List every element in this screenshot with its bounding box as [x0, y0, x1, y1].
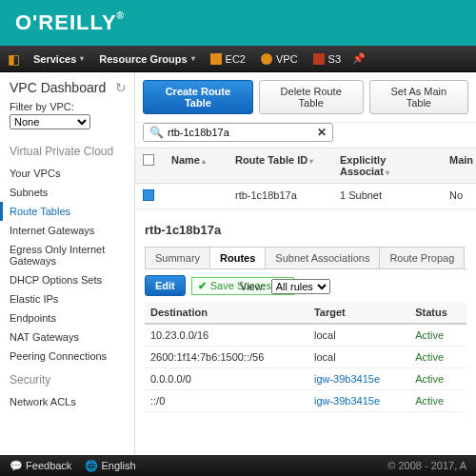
sidebar-item[interactable]: Endpoints: [10, 308, 134, 327]
brand-bar: O'REILLY®: [0, 0, 476, 46]
refresh-icon[interactable]: ↻: [115, 80, 127, 95]
nav-services[interactable]: Services ▾: [26, 53, 91, 65]
nav-resource-groups[interactable]: Resource Groups ▾: [91, 53, 202, 65]
edit-button[interactable]: Edit: [145, 275, 186, 296]
sidebar-item[interactable]: Your VPCs: [10, 164, 134, 183]
sidebar-item[interactable]: Internet Gateways: [10, 221, 134, 240]
route-status: Active: [409, 324, 466, 347]
col-name[interactable]: Name▴: [164, 149, 228, 183]
nav-shortcut-vpc[interactable]: VPC: [253, 53, 306, 65]
tab-subnet-assoc[interactable]: Subnet Associations: [265, 247, 380, 268]
route-dest: 0.0.0.0/0: [145, 368, 308, 390]
route-table-grid: Name▴ Route Table ID▾ Explicitly Associa…: [135, 148, 476, 209]
route-target: local: [308, 324, 409, 347]
row-checkbox[interactable]: [143, 189, 154, 201]
vpc-icon: [261, 53, 272, 65]
search-field[interactable]: 🔍 ✕: [143, 123, 333, 142]
route-dest: 2600:1f14:7b6:1500::/56: [145, 347, 308, 368]
sidebar-item[interactable]: DHCP Options Sets: [10, 270, 134, 289]
route-target: local: [308, 347, 409, 368]
sidebar-item[interactable]: Subnets: [10, 183, 134, 202]
sidebar-item[interactable]: Peering Connections: [10, 347, 134, 366]
top-nav: ◧ Services ▾ Resource Groups ▾ EC2 VPC S…: [0, 46, 476, 72]
content: Create Route Table Delete Route Table Se…: [135, 72, 476, 455]
detail-tabs: Summary Routes Subnet Associations Route…: [145, 247, 466, 269]
search-bar: 🔍 ✕: [135, 123, 476, 148]
nav-shortcut-ec2[interactable]: EC2: [203, 53, 253, 65]
table-row[interactable]: rtb-1c18b17a 1 Subnet No: [135, 184, 476, 209]
route-target[interactable]: igw-39b3415e: [308, 368, 409, 390]
language-link[interactable]: 🌐 English: [85, 460, 135, 472]
route-row: ::/0igw-39b3415eActive: [145, 390, 466, 412]
col-destination[interactable]: Destination: [145, 302, 308, 324]
col-assoc[interactable]: Explicitly Associat▾: [332, 149, 442, 183]
sidebar-item[interactable]: Route Tables: [0, 202, 134, 221]
create-route-table-button[interactable]: Create Route Table: [143, 80, 253, 114]
route-row: 10.23.0.0/16localActive: [145, 324, 466, 347]
filter-vpc-select[interactable]: None: [10, 114, 90, 129]
detail-pane: rtb-1c18b17a Summary Routes Subnet Assoc…: [135, 209, 476, 420]
brand-logo: O'REILLY®: [15, 10, 125, 35]
sidebar-item[interactable]: Egress Only Internet Gateways: [10, 240, 134, 270]
search-input[interactable]: [168, 127, 317, 138]
col-target[interactable]: Target: [308, 302, 409, 324]
tab-summary[interactable]: Summary: [145, 247, 210, 268]
view-select[interactable]: All rules: [271, 279, 330, 294]
pin-icon[interactable]: 📌: [352, 52, 366, 65]
check-icon: ✔: [198, 280, 207, 292]
copyright: © 2008 - 2017, A: [387, 460, 466, 471]
sidebar-item[interactable]: Elastic IPs: [10, 289, 134, 308]
route-target[interactable]: igw-39b3415e: [308, 390, 409, 412]
toolbar: Create Route Table Delete Route Table Se…: [135, 72, 476, 123]
sidebar-item[interactable]: NAT Gateways: [10, 327, 134, 347]
chevron-down-icon: ▾: [191, 54, 195, 63]
route-status: Active: [409, 347, 466, 368]
col-status[interactable]: Status: [409, 302, 466, 324]
set-main-table-button[interactable]: Set As Main Table: [369, 80, 468, 114]
delete-route-table-button[interactable]: Delete Route Table: [259, 80, 364, 114]
route-status: Active: [409, 390, 466, 412]
nav-shortcut-s3[interactable]: S3: [306, 53, 348, 65]
sidebar-item[interactable]: Network ACLs: [10, 392, 134, 411]
s3-icon: [313, 53, 325, 65]
sidebar: ↻ VPC Dashboard Filter by VPC: None Virt…: [0, 72, 135, 455]
view-label: View:: [240, 281, 266, 292]
col-main[interactable]: Main: [442, 149, 476, 183]
route-row: 0.0.0.0/0igw-39b3415eActive: [145, 368, 466, 390]
clear-search-icon[interactable]: ✕: [317, 126, 327, 139]
route-row: 2600:1f14:7b6:1500::/56localActive: [145, 347, 466, 368]
ec2-icon: [210, 53, 222, 65]
route-dest: ::/0: [145, 390, 308, 412]
col-checkbox[interactable]: [135, 149, 164, 183]
sidebar-group-vpc: Virtual Private Cloud: [10, 145, 134, 158]
detail-title: rtb-1c18b17a: [145, 223, 466, 237]
sidebar-group-security: Security: [10, 373, 134, 387]
route-status: Active: [409, 368, 466, 390]
col-rtid[interactable]: Route Table ID▾: [228, 149, 332, 183]
footer: 💬 Feedback 🌐 English © 2008 - 2017, A: [0, 455, 476, 476]
routes-table: Destination Target Status 10.23.0.0/16lo…: [145, 302, 466, 412]
tab-routes[interactable]: Routes: [209, 247, 266, 268]
tab-route-propagation[interactable]: Route Propag: [379, 247, 465, 268]
feedback-link[interactable]: 💬 Feedback: [10, 460, 71, 472]
filter-label: Filter by VPC:: [10, 101, 134, 112]
aws-logo-icon[interactable]: ◧: [8, 51, 20, 67]
search-icon: 🔍: [149, 126, 164, 139]
route-dest: 10.23.0.0/16: [145, 324, 308, 347]
chevron-down-icon: ▾: [80, 54, 84, 63]
